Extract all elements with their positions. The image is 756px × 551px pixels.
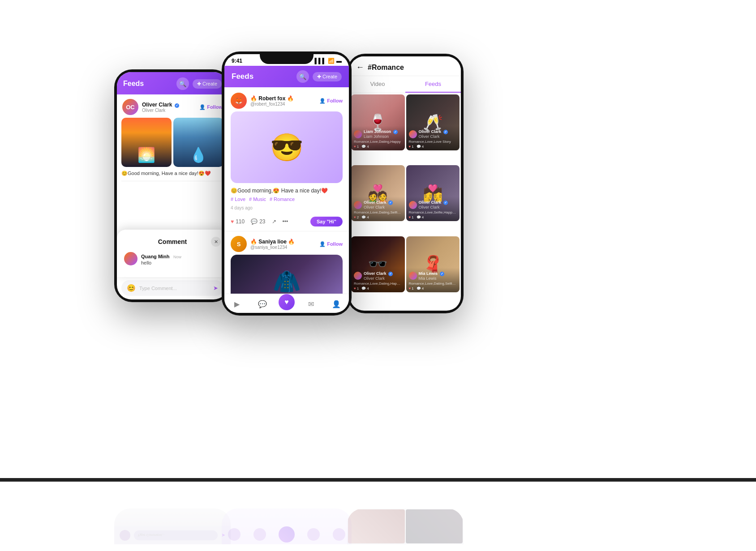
right-tabs: Video Feeds [350, 76, 461, 93]
post2-follow-button[interactable]: 👤 Follow [319, 241, 343, 247]
search-icon[interactable]: 🔍 [176, 77, 189, 90]
grid-avatar-5 [354, 272, 362, 280]
create-label: ✚ Create [197, 81, 217, 87]
stat-comment-5: 💬 [361, 286, 366, 290]
grid-comments-4: 💬 4 [417, 215, 424, 219]
grid-user-row-6: Mia Lewis ✓ Mia Lewis [409, 271, 457, 281]
grid-user-row-2: Oliver Clark ✓ Oliver Clark [409, 129, 457, 139]
comment-popup-title: Comment [134, 238, 211, 245]
bottom-nav: ▶ 💬 ♥ ✉ 👤 [224, 294, 349, 313]
post2-avatar: S [231, 236, 247, 252]
phone-notch [260, 51, 314, 64]
grid-user-name-2: Oliver Clark ✓ [419, 129, 448, 134]
tab-video[interactable]: Video [350, 76, 405, 93]
comment-placeholder[interactable]: Type Comment... [139, 286, 210, 291]
left-user-name: Oliver Clark ✓ [142, 102, 179, 108]
left-header: Feeds 🔍 ✚ Create [117, 72, 228, 94]
right-phone: ← #Romance Video Feeds 🍷 [347, 54, 464, 313]
back-arrow[interactable]: ← [356, 63, 364, 72]
emoji-icon: 😊 [127, 284, 136, 292]
post2-user-text: 🔥 Saniya lioe 🔥 @saniya_lioe1234 [250, 239, 295, 250]
grid-user-name-6: Mia Lewis ✓ [419, 271, 444, 276]
post1-image: 😎 [231, 111, 343, 183]
grid-overlay-1: Liam Johnson ✓ Liam Johnson Romance,Love… [351, 126, 405, 150]
post1-tags: # Love # Music # Romance [224, 196, 349, 205]
grid-overlay-2: Oliver Clark ✓ Oliver Clark Romance,Love… [406, 126, 460, 150]
nav-message[interactable]: ✉ [302, 298, 320, 310]
battery-icon: ▬ [336, 58, 342, 64]
left-phone-screen: Feeds 🔍 ✚ Create OC Oliver Clark ✓ [117, 72, 228, 299]
post1-more[interactable]: ••• [283, 218, 288, 225]
grid-item-6[interactable]: 🧣 Mia Lewis ✓ Mia Lewis [406, 236, 460, 292]
grid-stats-3: ♥ 2 💬 4 [354, 215, 402, 219]
post1-comments[interactable]: 💬 23 [251, 218, 265, 225]
nav-profile[interactable]: 👤 [327, 298, 345, 310]
create-button[interactable]: ✚ Create [193, 79, 222, 89]
grid-user-sub-3: Oliver Clark [364, 205, 393, 209]
grid-avatar-2 [409, 130, 417, 138]
grid-likes-2: ♥ 1 [409, 145, 414, 149]
tab-feeds[interactable]: Feeds [405, 76, 461, 93]
grid-user-row-4: Oliver Clark ✓ Oliver Clark [409, 200, 457, 209]
grid-stats-1: ♥ 1 💬 4 [354, 145, 402, 149]
grid-stats-5: ♥ 1 💬 4 [354, 286, 402, 290]
grid-likes-5: ♥ 1 [354, 286, 359, 290]
right-grid: 🍷 Liam Johnson ✓ Liam Johnson [350, 93, 461, 307]
say-hi-button[interactable]: Say "Hi" [310, 217, 343, 226]
sunset-silhouette: 🌅 [137, 146, 155, 163]
left-reflection: Type Comment... ➤ [114, 508, 231, 544]
post1-share[interactable]: ↗ [272, 218, 276, 225]
post1-actions: ♥ 110 💬 23 ↗ ••• Say "Hi" [224, 214, 349, 231]
grid-user-sub-5: Oliver Clark [364, 276, 393, 281]
grid-avatar-6 [409, 272, 417, 280]
grid-item-1[interactable]: 🍷 Liam Johnson ✓ Liam Johnson [351, 94, 405, 150]
post1-time: 4 days ago [224, 205, 349, 214]
grid-likes-3: ♥ 2 [354, 215, 359, 219]
comment-icon: 💬 [251, 218, 258, 225]
stat-comment-2: 💬 [417, 145, 421, 149]
grid-verified-1: ✓ [393, 130, 398, 134]
post1-follow-button[interactable]: 👤 Follow [319, 98, 343, 104]
grid-tags-2: Romance,Love,Love Story [409, 140, 457, 144]
center-header: Feeds 🔍 ✚ Create [224, 66, 349, 87]
grid-item-3[interactable]: 💑 Oliver Clark ✓ Oliver Clark [351, 165, 405, 221]
center-search-icon[interactable]: 🔍 [296, 70, 309, 83]
grid-avatar-3 [354, 201, 362, 209]
left-follow-button[interactable]: 👤 Follow [199, 104, 223, 110]
grid-item-4[interactable]: 💏 Oliver Clark ✓ Oliver Clark [406, 165, 460, 221]
grid-verified-6: ✓ [440, 272, 444, 276]
share-icon: ↗ [272, 218, 276, 225]
center-create-button[interactable]: ✚ Create [313, 72, 342, 81]
post1-likes[interactable]: ♥ 110 [231, 218, 245, 225]
grid-item-5[interactable]: 🕶️ Oliver Clark ✓ Oliver Clark [351, 236, 405, 292]
left-user-text: Oliver Clark ✓ Oliver Clark [142, 102, 179, 113]
reflection-bar [0, 478, 756, 482]
grid-user-text-5: Oliver Clark ✓ Oliver Clark [364, 271, 393, 281]
grid-tags-5: Romance,Love,Dating,Happy,M [354, 282, 402, 286]
grid-comments-2: 💬 4 [417, 145, 424, 149]
close-comment-button[interactable]: ✕ [211, 237, 221, 247]
center-create-label: ✚ Create [317, 74, 337, 80]
left-user-row: OC Oliver Clark ✓ Oliver Clark 👤 Follow [117, 94, 228, 118]
left-post-img-2: 💧 [173, 118, 223, 167]
right-reflection [347, 508, 464, 544]
left-header-title: Feeds [123, 80, 144, 88]
grid-comments-5: 💬 4 [361, 286, 369, 290]
grid-overlay-5: Oliver Clark ✓ Oliver Clark Romance,Love… [351, 268, 405, 292]
grid-likes-6: ♥ 1 [409, 286, 414, 290]
water-silhouette: 💧 [189, 146, 207, 163]
scene: Feeds 🔍 ✚ Create OC Oliver Clark ✓ [0, 0, 756, 551]
grid-user-text-6: Mia Lewis ✓ Mia Lewis [419, 271, 444, 281]
grid-tags-6: Romance,Love,Dating,Selfie,Ha [409, 282, 457, 286]
center-post2-user-row: S 🔥 Saniya lioe 🔥 @saniya_lioe1234 👤 Fol… [224, 231, 349, 255]
nav-heart[interactable]: ♥ [279, 294, 295, 310]
grid-verified-4: ✓ [443, 201, 448, 205]
send-icon[interactable]: ➤ [213, 285, 218, 291]
grid-comments-6: 💬 4 [417, 286, 424, 290]
grid-verified-3: ✓ [388, 201, 393, 205]
nav-home[interactable]: ▶ [228, 298, 246, 310]
grid-tags-1: Romance,Love,Dating,Happy [354, 140, 402, 144]
stat-comment-4: 💬 [417, 215, 421, 219]
nav-chat[interactable]: 💬 [253, 298, 271, 310]
grid-item-2[interactable]: 🥂 Oliver Clark ✓ Oliver Clark [406, 94, 460, 150]
